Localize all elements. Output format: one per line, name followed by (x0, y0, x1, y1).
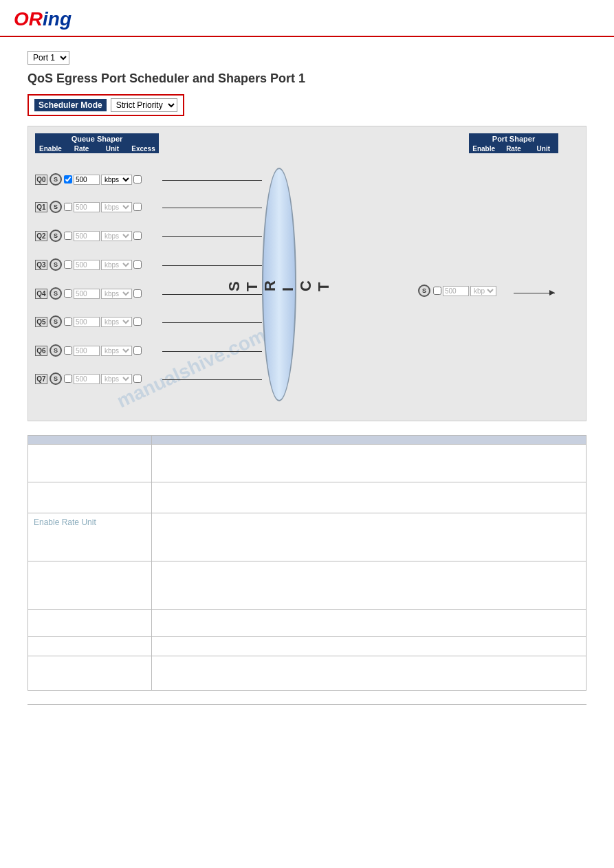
queue-label-q0: Q0 (35, 175, 47, 185)
description-table: Enable Rate Unit (28, 435, 586, 691)
queue-controls-q4: kbps (64, 289, 142, 299)
line-q5 (162, 322, 262, 323)
queue-rate-q0[interactable] (74, 175, 100, 185)
queue-excess-q6[interactable] (133, 346, 142, 355)
queue-rate-q3[interactable] (74, 260, 100, 270)
line-q7 (162, 379, 262, 380)
scheduler-mode-select[interactable]: Strict Priority Weighted (111, 98, 177, 112)
col-rate: Rate (66, 144, 97, 153)
port-shaper-enable[interactable] (433, 287, 441, 295)
queue-line-q2: kbps (64, 231, 142, 241)
queue-line-q7: kbps (64, 374, 142, 384)
queue-unit-q3[interactable]: kbps (101, 260, 132, 270)
queue-enable-q1[interactable] (64, 203, 72, 211)
queue-rate-q2[interactable] (74, 231, 100, 241)
table-cell-6-2 (152, 637, 586, 656)
watermark: manualshive.com (113, 324, 269, 412)
table-cell-7-1 (28, 656, 152, 691)
shaper-circle-q2: S (50, 230, 62, 242)
queue-enable-q0[interactable] (64, 175, 72, 183)
queue-rate-q5[interactable] (74, 317, 100, 327)
col-excess: Excess (128, 144, 159, 153)
queue-excess-q4[interactable] (133, 289, 142, 298)
shaper-circle-q6: S (50, 344, 62, 357)
queue-excess-q3[interactable] (133, 260, 142, 269)
table-row (28, 482, 586, 513)
queue-label-q7: Q7 (35, 374, 47, 384)
line-q1 (162, 208, 262, 208)
queue-line-q4: kbps (64, 289, 142, 299)
queue-shaper-cols: Enable Rate Unit Excess (35, 144, 159, 153)
queue-enable-q3[interactable] (64, 260, 72, 269)
queue-label-q2: Q2 (35, 231, 47, 241)
table-cell-3-2 (152, 513, 586, 561)
queue-rate-q6[interactable] (74, 346, 100, 356)
footer-line (28, 704, 586, 709)
port-shaper-controls: S kbps Mbps (418, 285, 496, 297)
port-shaper-cols: Enable Rate Unit (469, 144, 558, 153)
queue-label-q1: Q1 (35, 202, 47, 212)
queue-row-q0: Q0 S kbps Mbps (35, 173, 142, 186)
queue-enable-q4[interactable] (64, 289, 72, 298)
queue-unit-q6[interactable]: kbps (101, 346, 132, 356)
queue-rate-q7[interactable] (74, 374, 100, 384)
queue-excess-q1[interactable] (133, 203, 142, 211)
strict-oval: STRICT (262, 168, 296, 401)
queue-unit-q5[interactable]: kbps (101, 317, 132, 327)
port-col-enable: Enable (469, 144, 498, 153)
queue-controls-q1: kbps (64, 202, 142, 212)
port-shaper-unit[interactable]: kbps Mbps (470, 286, 496, 296)
queue-enable-q2[interactable] (64, 232, 72, 240)
port-selector[interactable]: Port 1 Port 2 Port 3 Port 4 (28, 51, 69, 65)
scheduler-mode-label: Scheduler Mode (34, 99, 107, 111)
table-cell-4-2 (152, 561, 586, 610)
queue-excess-q0[interactable] (133, 175, 142, 183)
table-cell-2-1 (28, 482, 152, 513)
logo-text: ORing (14, 8, 72, 30)
table-row (28, 610, 586, 637)
col-unit: Unit (97, 144, 128, 153)
table-cell-1-1 (28, 445, 152, 482)
line-q4 (162, 294, 262, 295)
queue-excess-q7[interactable] (133, 375, 142, 383)
port-shaper-rate[interactable] (443, 286, 469, 296)
logo-or: OR (14, 8, 43, 30)
queue-shaper-title: Queue Shaper (35, 133, 159, 144)
page-header: ORing (0, 0, 614, 37)
table-cell-7-2 (152, 656, 586, 691)
shaper-circle-q0: S (50, 173, 62, 186)
queue-controls-q7: kbps (64, 374, 142, 384)
port-shaper-title: Port Shaper (469, 133, 558, 144)
table-row (28, 656, 586, 691)
queue-unit-q7[interactable]: kbps (101, 374, 132, 384)
queue-line-q5: kbps (64, 317, 142, 327)
shaper-circle-q5: S (50, 315, 62, 328)
queue-unit-q2[interactable]: kbps (101, 231, 132, 241)
queue-unit-q4[interactable]: kbps (101, 289, 132, 299)
queue-excess-q2[interactable] (133, 232, 142, 240)
table-row (28, 561, 586, 610)
queue-label-q6: Q6 (35, 346, 47, 356)
queue-rate-q4[interactable] (74, 289, 100, 299)
queue-rate-q1[interactable] (74, 202, 100, 212)
diagram-area: manualshive.com Queue Shaper Enable Rate… (28, 126, 586, 421)
queue-enable-q5[interactable] (64, 318, 72, 326)
queue-excess-q5[interactable] (133, 318, 142, 326)
table-cell-2-2 (152, 482, 586, 513)
port-shaper-fields: kbps Mbps (433, 286, 496, 296)
queue-unit-q0[interactable]: kbps Mbps (101, 175, 132, 185)
queue-enable-q7[interactable] (64, 375, 72, 383)
port-col-rate: Rate (498, 144, 528, 153)
queue-controls-q5: kbps (64, 317, 142, 327)
line-q0 (162, 180, 262, 181)
queue-enable-q6[interactable] (64, 346, 72, 355)
queue-unit-q1[interactable]: kbps (101, 202, 132, 212)
queue-controls-q6: kbps (64, 346, 142, 356)
table-row (28, 637, 586, 656)
port-shaper-circle-icon: S (418, 285, 430, 297)
table-cell-5-2 (152, 610, 586, 637)
table-cell-6-1 (28, 637, 152, 656)
table-header-col2 (152, 436, 586, 445)
scheduler-mode-box: Scheduler Mode Strict Priority Weighted (28, 94, 184, 116)
table-cell-3-1: Enable Rate Unit (28, 513, 152, 561)
